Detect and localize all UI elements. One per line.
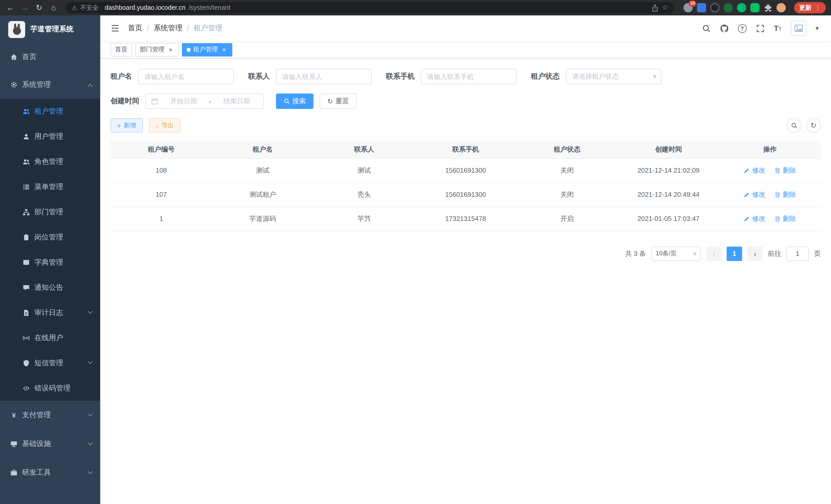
sidebar-item-infrastructure[interactable]: 基础设施 bbox=[0, 429, 100, 458]
pencil-icon bbox=[744, 167, 750, 173]
close-icon[interactable]: × bbox=[221, 46, 228, 53]
contact-input[interactable] bbox=[276, 69, 372, 84]
home-icon[interactable]: ⌂ bbox=[48, 0, 59, 16]
code-icon bbox=[23, 385, 30, 392]
sidebar-item-system-management[interactable]: 系统管理 bbox=[0, 71, 100, 99]
refresh-button[interactable]: ↻ bbox=[806, 118, 821, 132]
edit-link[interactable]: 修改 bbox=[744, 214, 766, 223]
create-time-label: 创建时间 bbox=[111, 97, 139, 106]
cell-tenant-id: 107 bbox=[111, 182, 212, 207]
tenant-status-select[interactable]: 请选择租户状态 ▾ bbox=[566, 69, 661, 84]
tabs-bar: 首页 部门管理 × 租户管理 × bbox=[100, 41, 831, 59]
tab-tenant-management[interactable]: 租户管理 × bbox=[182, 43, 232, 56]
export-button[interactable]: ↓ 导出 bbox=[149, 118, 180, 132]
cell-phone: 15601691300 bbox=[415, 158, 516, 182]
sidebar-toggle-icon[interactable] bbox=[111, 24, 120, 33]
sidebar-item-label: 角色管理 bbox=[34, 157, 63, 166]
sidebar-item-audit-log[interactable]: 审计日志 bbox=[0, 300, 100, 325]
app-logo[interactable]: 芋道管理系统 bbox=[0, 16, 100, 43]
sidebar-item-tenant-management[interactable]: 租户管理 bbox=[0, 99, 100, 124]
tab-dept-management[interactable]: 部门管理 × bbox=[135, 43, 179, 56]
sidebar-item-error-code[interactable]: 错误码管理 bbox=[0, 376, 100, 401]
users-icon bbox=[23, 158, 30, 165]
sidebar-item-dept-management[interactable]: 部门管理 bbox=[0, 199, 100, 225]
help-icon[interactable]: ? bbox=[738, 24, 746, 33]
sidebar-item-pay-management[interactable]: ¥ 支付管理 bbox=[0, 401, 100, 429]
extension-icon[interactable] bbox=[737, 3, 746, 12]
extension-icon[interactable]: 10 bbox=[684, 3, 693, 12]
reload-icon[interactable]: ↻ bbox=[34, 0, 44, 16]
forward-icon[interactable]: → bbox=[20, 0, 30, 16]
font-size-icon[interactable]: TT bbox=[774, 25, 782, 32]
sidebar-item-role-management[interactable]: 角色管理 bbox=[0, 149, 100, 174]
sidebar-item-dict-management[interactable]: 字典管理 bbox=[0, 250, 100, 275]
bookmark-star-icon[interactable]: ☆ bbox=[662, 2, 668, 13]
sidebar-item-user-management[interactable]: 用户管理 bbox=[0, 124, 100, 149]
search-icon bbox=[791, 122, 797, 129]
extensions-puzzle-icon[interactable] bbox=[764, 3, 772, 12]
users-icon bbox=[23, 108, 30, 115]
chevron-down-icon bbox=[88, 359, 93, 364]
tab-home[interactable]: 首页 bbox=[111, 43, 132, 56]
sidebar-item-label: 部门管理 bbox=[34, 207, 63, 216]
extension-icon[interactable] bbox=[750, 3, 760, 12]
close-icon[interactable]: × bbox=[167, 46, 174, 53]
sidebar-item-online-users[interactable]: 在线用户 bbox=[0, 325, 100, 350]
pencil-icon bbox=[744, 191, 750, 198]
edit-link[interactable]: 修改 bbox=[744, 166, 766, 175]
fullscreen-icon[interactable] bbox=[756, 24, 765, 33]
add-button[interactable]: + 新增 bbox=[111, 118, 143, 132]
chevron-down-icon bbox=[88, 469, 93, 474]
sidebar-item-notice[interactable]: 通知公告 bbox=[0, 275, 100, 300]
delete-link[interactable]: 删除 bbox=[774, 190, 796, 199]
page: ← → ↻ ⌂ ⚠ 不安全 dashboard.yudao.iocoder.cn… bbox=[0, 0, 831, 504]
delete-link[interactable]: 删除 bbox=[774, 166, 796, 175]
user-avatar[interactable] bbox=[791, 21, 806, 36]
extension-icon[interactable] bbox=[697, 3, 706, 12]
reset-button[interactable]: ↻ 重置 bbox=[320, 93, 357, 109]
browser-profile-avatar[interactable] bbox=[776, 3, 786, 12]
page-size-select[interactable]: 10条/页 ▾ bbox=[651, 246, 701, 261]
signal-icon bbox=[23, 334, 30, 342]
extension-icon[interactable] bbox=[724, 3, 733, 12]
sidebar-item-label: 菜单管理 bbox=[34, 182, 63, 191]
trash-icon bbox=[774, 167, 781, 173]
search-button[interactable]: 搜索 bbox=[276, 93, 314, 109]
create-time-range-picker[interactable]: 开始日期 - 结束日期 bbox=[145, 93, 264, 109]
header-search-icon[interactable] bbox=[702, 24, 711, 33]
sidebar-item-home[interactable]: 首页 bbox=[0, 43, 100, 71]
sidebar-item-label: 审计日志 bbox=[34, 308, 63, 317]
delete-link[interactable]: 删除 bbox=[774, 214, 796, 223]
caret-down-icon[interactable]: ▾ bbox=[815, 25, 819, 32]
extension-icon[interactable] bbox=[710, 3, 719, 12]
status-label: 租户状态 bbox=[531, 72, 560, 81]
phone-input[interactable] bbox=[421, 69, 516, 84]
date-start-placeholder: 开始日期 bbox=[163, 97, 205, 106]
cell-status: 关闭 bbox=[516, 158, 618, 182]
breadcrumb-home[interactable]: 首页 bbox=[128, 24, 142, 33]
main-area: 首页 / 系统管理 / 租户管理 ? TT ▾ 首 bbox=[100, 16, 831, 504]
share-icon[interactable] bbox=[651, 4, 659, 11]
extension-badge: 10 bbox=[689, 1, 696, 7]
sidebar-item-menu-management[interactable]: 菜单管理 bbox=[0, 174, 100, 199]
prev-page-button[interactable]: ‹ bbox=[706, 246, 721, 261]
back-icon[interactable]: ← bbox=[5, 0, 16, 16]
edit-link[interactable]: 修改 bbox=[744, 190, 766, 199]
address-bar[interactable]: ⚠ 不安全 dashboard.yudao.iocoder.cn/system/… bbox=[66, 2, 674, 13]
github-icon[interactable] bbox=[720, 24, 728, 33]
page-button-1[interactable]: 1 bbox=[727, 246, 742, 261]
next-page-button[interactable]: › bbox=[747, 246, 763, 261]
breadcrumb-system[interactable]: 系统管理 bbox=[154, 24, 182, 33]
pencil-icon bbox=[744, 215, 750, 222]
cell-created: 2021-01-05 17:03:47 bbox=[618, 207, 719, 231]
browser-menu-icon[interactable]: ⋮ bbox=[814, 4, 821, 11]
sidebar-item-post-management[interactable]: 岗位管理 bbox=[0, 225, 100, 250]
security-label: 不安全 bbox=[80, 3, 99, 12]
toggle-search-button[interactable] bbox=[787, 118, 801, 132]
tenant-name-input[interactable] bbox=[138, 69, 234, 84]
sidebar-item-sms-management[interactable]: 短信管理 bbox=[0, 350, 100, 376]
update-button[interactable]: 更新 ⋮ bbox=[794, 2, 826, 13]
sidebar-item-dev-tools[interactable]: 研发工具 bbox=[0, 458, 100, 487]
system-management-submenu: 租户管理 用户管理 角色管理 菜单管理 部门管理 bbox=[0, 99, 100, 401]
goto-page-input[interactable] bbox=[786, 246, 809, 261]
